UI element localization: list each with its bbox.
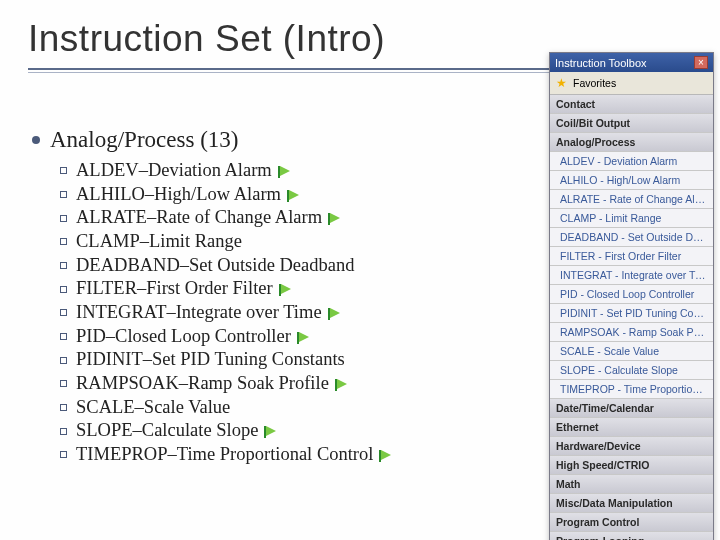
toolbox-category-header[interactable]: Ethernet [550,418,713,437]
item-desc: Deviation Alarm [148,159,272,183]
item-desc: First Order Filter [146,277,272,301]
toolbox-category-header[interactable]: Misc/Data Manipulation [550,494,713,513]
toolbox-item[interactable]: ALRATE - Rate of Change Alarm [550,190,713,209]
square-bullet-icon [60,309,67,316]
flag-icon [335,379,351,391]
toolbox-item[interactable]: DEADBAND - Set Outside Deadband [550,228,713,247]
item-name: RAMPSOAK [76,372,179,396]
item-name: SCALE [76,396,135,420]
toolbox-category-header[interactable]: Hardware/Device [550,437,713,456]
toolbox-category-header[interactable]: Analog/Process [550,133,713,152]
toolbox-category-header[interactable]: Coil/Bit Output [550,114,713,133]
square-bullet-icon [60,333,67,340]
toolbox-title: Instruction Toolbox [555,57,647,69]
bullet-icon [32,136,40,144]
flag-icon [287,190,303,202]
toolbox-item[interactable]: INTEGRAT - Integrate over Time [550,266,713,285]
item-name: CLAMP [76,230,140,254]
toolbox-item[interactable]: PIDINIT - Set PID Tuning Constants [550,304,713,323]
item-name: ALHILO [76,183,145,207]
toolbox-item[interactable]: PID - Closed Loop Controller [550,285,713,304]
item-desc: Set Outside Deadband [189,254,354,278]
item-name: PID [76,325,106,349]
item-name: PIDINIT [76,348,143,372]
square-bullet-icon [60,451,67,458]
square-bullet-icon [60,167,67,174]
item-name: TIMEPROP [76,443,168,467]
item-desc: High/Low Alarm [154,183,281,207]
square-bullet-icon [60,286,67,293]
square-bullet-icon [60,380,67,387]
item-name: DEADBAND [76,254,180,278]
square-bullet-icon [60,191,67,198]
item-name: INTEGRAT [76,301,166,325]
item-desc: Scale Value [144,396,230,420]
close-icon[interactable]: × [694,56,708,69]
flag-icon [379,450,395,462]
toolbox-titlebar: Instruction Toolbox × [550,53,713,72]
toolbox-body: ContactCoil/Bit OutputAnalog/ProcessALDE… [550,95,713,540]
toolbox-favorites-label: Favorites [573,77,616,89]
square-bullet-icon [60,238,67,245]
item-desc: Rate of Change Alarm [156,206,322,230]
square-bullet-icon [60,262,67,269]
item-desc: Integrate over Time [176,301,322,325]
flag-icon [279,284,295,296]
square-bullet-icon [60,357,67,364]
item-desc: Set PID Tuning Constants [152,348,345,372]
square-bullet-icon [60,428,67,435]
category-count: (13) [200,127,238,153]
item-name: FILTER [76,277,137,301]
toolbox-item[interactable]: TIMEPROP - Time Proportional Control [550,380,713,399]
toolbox-category-header[interactable]: Math [550,475,713,494]
toolbox-item[interactable]: SLOPE - Calculate Slope [550,361,713,380]
category-name: Analog/Process [50,127,194,153]
flag-icon [297,332,313,344]
instruction-toolbox: Instruction Toolbox × ★ Favorites Contac… [549,52,714,540]
star-icon: ★ [556,76,567,90]
toolbox-item[interactable]: ALHILO - High/Low Alarm [550,171,713,190]
flag-icon [328,213,344,225]
item-desc: Calculate Slope [142,419,259,443]
square-bullet-icon [60,215,67,222]
flag-icon [264,426,280,438]
toolbox-category-header[interactable]: High Speed/CTRIO [550,456,713,475]
toolbox-category-header[interactable]: Program-Looping [550,532,713,540]
toolbox-category-header[interactable]: Date/Time/Calendar [550,399,713,418]
toolbox-item[interactable]: FILTER - First Order Filter [550,247,713,266]
flag-icon [278,166,294,178]
item-name: ALDEV [76,159,139,183]
item-desc: Time Proportional Control [177,443,374,467]
toolbox-favorites-row[interactable]: ★ Favorites [550,72,713,95]
toolbox-item[interactable]: ALDEV - Deviation Alarm [550,152,713,171]
toolbox-item[interactable]: SCALE - Scale Value [550,342,713,361]
toolbox-item[interactable]: RAMPSOAK - Ramp Soak Profile [550,323,713,342]
toolbox-category-header[interactable]: Program Control [550,513,713,532]
toolbox-category-header[interactable]: Contact [550,95,713,114]
square-bullet-icon [60,404,67,411]
item-desc: Closed Loop Controller [115,325,291,349]
item-name: SLOPE [76,419,133,443]
item-name: ALRATE [76,206,147,230]
flag-icon [328,308,344,320]
item-desc: Limit Range [149,230,242,254]
item-desc: Ramp Soak Profile [188,372,329,396]
toolbox-item[interactable]: CLAMP - Limit Range [550,209,713,228]
